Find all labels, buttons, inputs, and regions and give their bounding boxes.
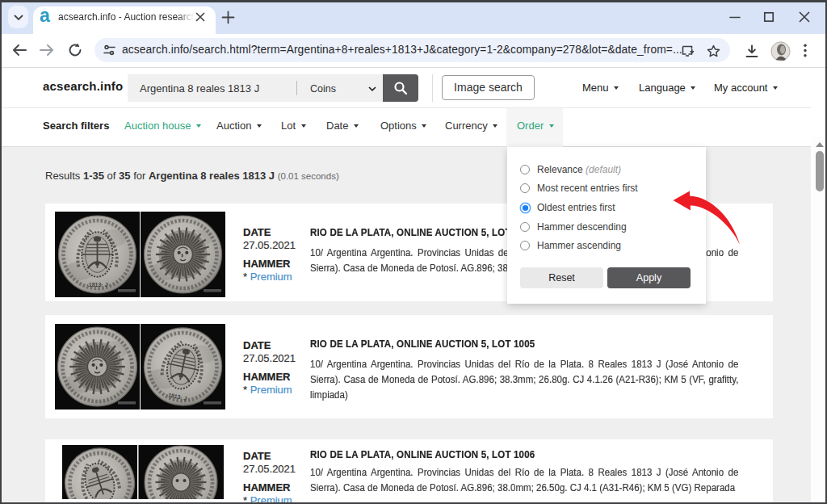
svg-text:·1813· J: ·1813· J: [86, 282, 107, 288]
